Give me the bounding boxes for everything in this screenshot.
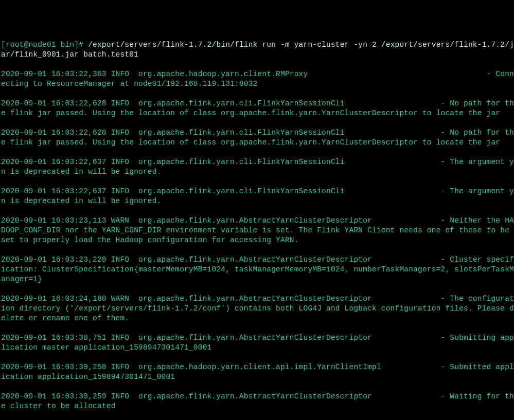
- terminal-output[interactable]: [root@node01 bin]# /export/servers/flink…: [1, 40, 514, 420]
- log-line: 2020-09-01 16:03:22,628 INFO org.apache.…: [1, 128, 514, 148]
- log-line: 2020-09-01 16:03:22,637 INFO org.apache.…: [1, 157, 514, 177]
- log-line: 2020-09-01 16:03:24,180 WARN org.apache.…: [1, 294, 514, 323]
- log-line: 2020-09-01 16:03:38,751 INFO org.apache.…: [1, 333, 514, 353]
- log-line: 2020-09-01 16:03:22,363 INFO org.apache.…: [1, 69, 514, 89]
- log-line: 2020-09-01 16:03:22,637 INFO org.apache.…: [1, 187, 514, 206]
- log-line: 2020-09-01 16:03:39,259 INFO org.apache.…: [1, 392, 514, 411]
- log-line: 2020-09-01 16:03:22,628 INFO org.apache.…: [1, 99, 514, 118]
- log-line: 2020-09-01 16:03:23,228 INFO org.apache.…: [1, 255, 514, 284]
- shell-prompt: [root@node01 bin]#: [1, 41, 88, 49]
- log-line: 2020-09-01 16:03:39,258 INFO org.apache.…: [1, 362, 514, 382]
- log-line: 2020-09-01 16:03:23,113 WARN org.apache.…: [1, 216, 514, 245]
